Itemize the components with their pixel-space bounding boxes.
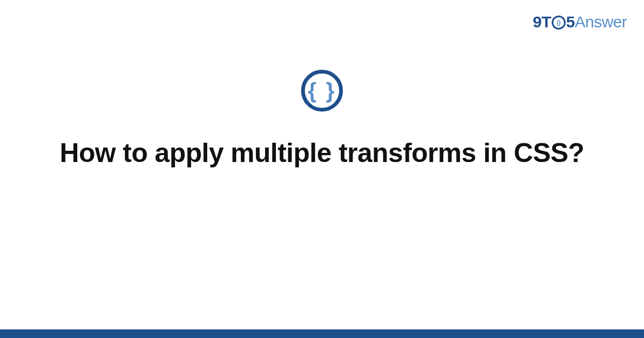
logo-o-inner-braces: {} [557, 20, 561, 26]
logo-text-5: 5 [566, 13, 575, 31]
logo-text-9t: 9T [533, 13, 551, 31]
site-logo[interactable]: 9T {} 5 Answer [533, 13, 627, 31]
logo-o-icon: {} [552, 16, 566, 30]
main-content: { } How to apply multiple transforms in … [0, 70, 644, 170]
page-title: How to apply multiple transforms in CSS? [60, 136, 584, 170]
logo-text-answer: Answer [575, 13, 627, 31]
footer-accent-bar [0, 329, 644, 338]
code-braces-icon: { } [301, 70, 343, 112]
braces-glyph: { } [308, 80, 336, 102]
